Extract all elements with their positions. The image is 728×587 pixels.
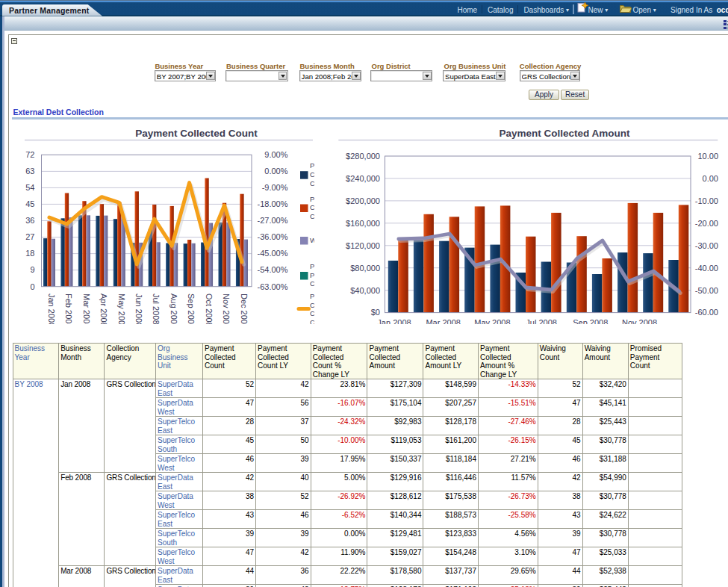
- svg-text:$200,000: $200,000: [346, 196, 380, 205]
- svg-text:-60.00: -60.00: [695, 308, 718, 317]
- svg-text:54: 54: [25, 183, 34, 192]
- svg-text:$80,000: $80,000: [350, 264, 380, 273]
- svg-text:$280,000: $280,000: [346, 152, 380, 161]
- svg-text:45: 45: [25, 199, 34, 208]
- svg-text:$0: $0: [371, 308, 380, 317]
- svg-text:$240,000: $240,000: [346, 174, 380, 183]
- svg-text:10.00: 10.00: [697, 152, 718, 161]
- svg-text:-40.00: -40.00: [695, 264, 718, 273]
- svg-text:$160,000: $160,000: [346, 219, 380, 228]
- svg-text:Jun 2008: Jun 2008: [134, 294, 143, 324]
- svg-text:Sep 2008: Sep 2008: [573, 318, 608, 324]
- svg-text:Dec 2008: Dec 2008: [240, 294, 249, 324]
- svg-text:-54.00%: -54.00%: [258, 265, 288, 274]
- svg-text:Jul 2008: Jul 2008: [152, 294, 161, 324]
- svg-text:0.00%: 0.00%: [264, 167, 287, 176]
- svg-text:-45.00%: -45.00%: [258, 249, 288, 258]
- svg-text:-10.00: -10.00: [695, 196, 718, 205]
- svg-text:18: 18: [25, 249, 34, 258]
- svg-text:Mar 2008: Mar 2008: [426, 318, 460, 324]
- svg-text:$120,000: $120,000: [346, 241, 380, 250]
- svg-text:Jan 2008: Jan 2008: [47, 294, 56, 324]
- svg-text:Jan 2008: Jan 2008: [377, 318, 411, 324]
- svg-text:Oct 2008: Oct 2008: [205, 294, 214, 324]
- svg-text:Nov 2008: Nov 2008: [222, 294, 231, 324]
- svg-text:-18.00%: -18.00%: [258, 199, 288, 208]
- svg-text:Payment Collected Amount: Payment Collected Amount: [499, 128, 630, 139]
- svg-text:-20.00: -20.00: [695, 219, 718, 228]
- svg-text:-30.00: -30.00: [695, 241, 718, 250]
- svg-text:Apr 2008: Apr 2008: [99, 294, 108, 324]
- svg-text:27: 27: [25, 232, 34, 241]
- svg-text:May 2008: May 2008: [117, 294, 126, 324]
- svg-text:-50.00: -50.00: [695, 286, 718, 295]
- svg-text:Nov 2008: Nov 2008: [622, 318, 657, 324]
- svg-text:0.00: 0.00: [703, 174, 718, 183]
- svg-text:9: 9: [30, 265, 34, 274]
- svg-text:63: 63: [25, 167, 34, 176]
- svg-text:-63.00%: -63.00%: [258, 282, 288, 291]
- svg-text:72: 72: [25, 150, 34, 159]
- svg-text:0: 0: [30, 282, 34, 291]
- svg-text:-9.00%: -9.00%: [262, 183, 288, 192]
- svg-text:Mar 2008: Mar 2008: [82, 294, 91, 324]
- svg-text:Jul 2008: Jul 2008: [526, 318, 557, 324]
- svg-text:$40,000: $40,000: [350, 286, 380, 295]
- svg-text:9.00%: 9.00%: [264, 150, 287, 159]
- svg-text:Aug 2008: Aug 2008: [169, 294, 178, 324]
- svg-text:36: 36: [25, 216, 34, 225]
- svg-text:Feb 2008: Feb 2008: [64, 294, 73, 324]
- svg-text:Sep 2008: Sep 2008: [187, 294, 196, 324]
- svg-text:-36.00%: -36.00%: [258, 232, 288, 241]
- svg-text:-27.00%: -27.00%: [258, 216, 288, 225]
- svg-text:May 2008: May 2008: [474, 318, 510, 324]
- svg-text:Payment Collected Count: Payment Collected Count: [135, 128, 258, 139]
